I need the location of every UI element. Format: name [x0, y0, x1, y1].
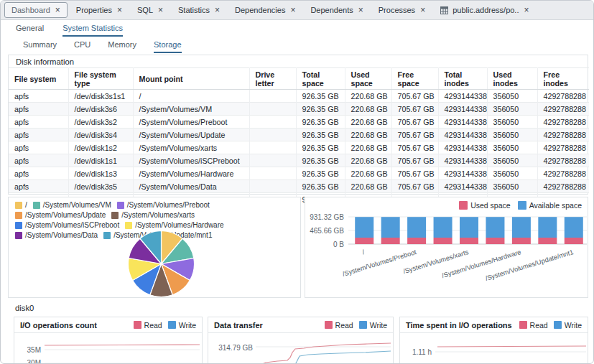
- column-header-used-space[interactable]: Used space: [345, 68, 391, 90]
- table-cell: 220.68 GB: [345, 180, 391, 193]
- table-row: apfs/dev/disk3s4/System/Volumes/Update92…: [9, 129, 589, 141]
- legend-swatch: [134, 321, 141, 329]
- disk-usage-pie-chart: [127, 230, 195, 298]
- tab-processes[interactable]: Processes×: [372, 3, 432, 17]
- bar-available-space: [512, 217, 531, 238]
- table-cell: 705.67 GB: [391, 90, 438, 103]
- table-cell: 4293144338: [438, 154, 487, 167]
- tab-label: public.address/po..: [453, 6, 519, 14]
- column-header-mount-point[interactable]: Mount point: [133, 68, 249, 90]
- bar-available-space: [407, 217, 426, 238]
- table-cell: 926.35 GB: [296, 90, 345, 103]
- table-cell: 4293144338: [438, 167, 487, 180]
- pgadmin-dashboard-window: Dashboard×Properties×SQL×Statistics×Depe…: [0, 0, 594, 364]
- table-cell: [249, 116, 296, 129]
- tab-cpu[interactable]: CPU: [74, 40, 91, 53]
- column-header-file-system[interactable]: File system: [9, 68, 68, 90]
- data-transfer-chart: 314.79 GB: [208, 333, 393, 364]
- legend-item-system-volumes-update: /System/Volumes/Update: [15, 211, 106, 219]
- legend-swatch: [359, 321, 367, 329]
- legend-item-system-volumes-vm: /System/Volumes/VM: [33, 201, 111, 209]
- table-cell: 4293144338: [438, 116, 487, 129]
- table-cell: 926.35 GB: [296, 141, 345, 154]
- table-cell: 4292788288: [537, 103, 589, 116]
- column-header-free-space[interactable]: Free space: [391, 68, 438, 90]
- tab-dashboard[interactable]: Dashboard×: [4, 2, 68, 18]
- column-header-file-system-type[interactable]: File system type: [68, 68, 133, 90]
- table-cell: 4292788288: [537, 90, 589, 103]
- legend-label: Read: [144, 321, 162, 330]
- column-header-drive-letter[interactable]: Drive letter: [249, 68, 296, 90]
- column-header-total-inodes[interactable]: Total inodes: [438, 68, 487, 90]
- table-cell: 926.35 GB: [296, 167, 345, 180]
- bar-available-space: [381, 217, 400, 238]
- table-cell: /System/Volumes/Hardware: [133, 167, 249, 180]
- legend-label: /System/Volumes/xarts: [121, 211, 195, 219]
- y-axis-tick-label: 1.11 h: [412, 348, 432, 356]
- legend-swatch: [117, 202, 124, 209]
- table-cell: /System/Volumes/Preboot: [133, 116, 249, 129]
- table-cell: [249, 90, 296, 103]
- tab-general[interactable]: General: [16, 24, 44, 37]
- tab-dependencies[interactable]: Dependencies×: [228, 3, 302, 17]
- table-cell: 926.35 GB: [296, 129, 345, 141]
- close-tab-icon[interactable]: ×: [420, 6, 425, 14]
- close-tab-icon[interactable]: ×: [215, 6, 220, 14]
- chart-legend: ReadWrite: [519, 321, 582, 330]
- table-row: apfs/dev/disk1s2/System/Volumes/xarts926…: [9, 141, 589, 154]
- table-grid-header: [441, 6, 448, 9]
- chart-legend: ReadWrite: [134, 321, 196, 330]
- dashboard-tab-bar: GeneralSystem Statistics: [1, 20, 593, 37]
- table-cell: [249, 180, 296, 193]
- close-tab-icon[interactable]: ×: [117, 6, 122, 14]
- tab-properties[interactable]: Properties×: [70, 3, 129, 17]
- tab-storage[interactable]: Storage: [154, 40, 182, 53]
- chart-title: Time spent in I/O operations: [406, 321, 512, 330]
- table-cell: 356050: [487, 116, 537, 129]
- series-line-read: [437, 346, 586, 347]
- series-line-write: [294, 351, 391, 364]
- tab-statistics[interactable]: Statistics×: [172, 3, 226, 17]
- table-cell: 4292788288: [537, 116, 589, 129]
- table-header-row: File systemFile system typeMount pointDr…: [9, 68, 589, 90]
- column-header-total-space[interactable]: Total space: [296, 68, 345, 90]
- tab-sql[interactable]: SQL×: [131, 3, 170, 17]
- table-row: apfs/dev/disk3s6/System/Volumes/VM926.35…: [9, 103, 589, 116]
- bar-used-space: [434, 238, 453, 244]
- close-tab-icon[interactable]: ×: [358, 6, 363, 14]
- table-cell: 4292788288: [537, 129, 589, 141]
- disk-information-title: Disk information: [9, 55, 588, 67]
- table-cell: 4292788288: [537, 180, 589, 193]
- close-tab-icon[interactable]: ×: [55, 6, 60, 14]
- legend-swatch: [15, 212, 22, 219]
- table-cell: 220.68 GB: [345, 103, 391, 116]
- table-cell: apfs: [9, 154, 68, 167]
- time-spent-in-i-o-operations-chart: 1.11 h: [400, 333, 588, 364]
- column-header-used-inodes[interactable]: Used inodes: [487, 68, 537, 90]
- table-cell: /System/Volumes/iSCPreboot: [133, 154, 249, 167]
- table-cell: 356050: [487, 180, 537, 193]
- tab-summary[interactable]: Summary: [23, 40, 57, 53]
- close-tab-icon[interactable]: ×: [524, 6, 529, 14]
- column-header-free-inodes[interactable]: Free inodes: [537, 68, 589, 90]
- legend-swatch: [554, 321, 562, 329]
- table-cell: 4292788288: [537, 141, 589, 154]
- chart-panel-header: Time spent in I/O operationsReadWrite: [400, 317, 588, 333]
- table-cell: 705.67 GB: [391, 154, 438, 167]
- legend-item-write: Write: [168, 321, 196, 330]
- bar-available-space: [538, 217, 557, 238]
- tab-memory[interactable]: Memory: [108, 40, 136, 53]
- legend-swatch: [325, 321, 333, 329]
- close-tab-icon[interactable]: ×: [158, 6, 163, 14]
- table-cell: 220.68 GB: [345, 129, 391, 141]
- legend-swatch: [15, 222, 22, 229]
- tab-dependents[interactable]: Dependents×: [304, 3, 369, 17]
- tab-public-address-po[interactable]: public.address/po..×: [434, 3, 535, 17]
- legend-item-read: Read: [134, 321, 162, 330]
- table-cell: [249, 141, 296, 154]
- bar-available-space: [355, 217, 373, 238]
- table-cell: /dev/disk1s2: [68, 141, 133, 154]
- tab-system-statistics[interactable]: System Statistics: [62, 24, 123, 37]
- legend-label: Write: [179, 321, 196, 330]
- close-tab-icon[interactable]: ×: [290, 6, 295, 14]
